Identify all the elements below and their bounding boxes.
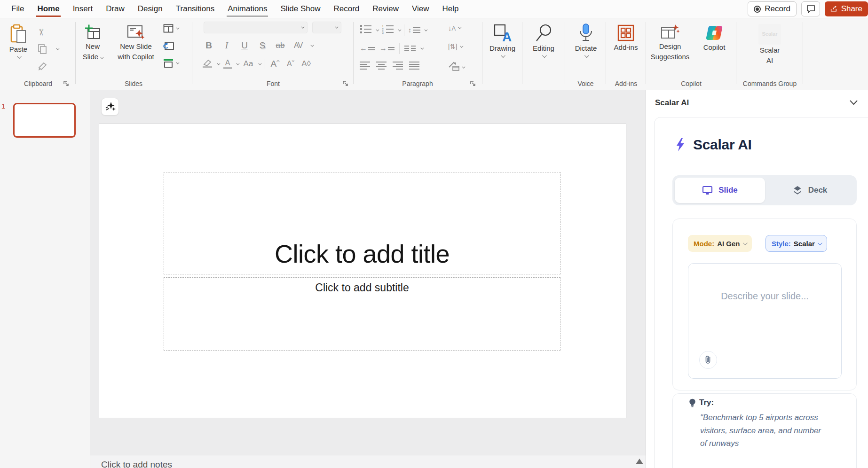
menu-slide-show[interactable]: Slide Show <box>274 0 327 17</box>
spacing-chevron-icon[interactable] <box>310 43 314 47</box>
scalar-ai-ribbon-button[interactable]: Scalar Scalar AI <box>746 24 793 65</box>
smartart-button[interactable] <box>448 62 459 73</box>
align-right-button[interactable] <box>393 62 403 70</box>
slide-thumbnail-pane: 1 <box>0 90 90 468</box>
menu-view[interactable]: View <box>405 0 436 17</box>
voice-group-label: Voice <box>566 80 606 87</box>
title-placeholder[interactable]: Click to add title <box>164 172 560 274</box>
increase-indent-button[interactable]: → <box>379 44 395 53</box>
font-size-combobox[interactable] <box>312 22 341 33</box>
bullets-icon <box>360 24 372 34</box>
slide-thumbnail[interactable] <box>13 103 76 138</box>
numbering-chevron-icon[interactable] <box>398 28 401 31</box>
design-suggestions-button[interactable]: Design Suggestions <box>647 24 693 62</box>
align-left-button[interactable] <box>360 62 370 70</box>
subtitle-placeholder[interactable]: Click to add subtitle <box>164 277 560 351</box>
menu-file[interactable]: File <box>5 0 31 17</box>
editing-button[interactable]: Editing <box>526 23 561 58</box>
record-button[interactable]: Record <box>748 1 797 16</box>
menu-home[interactable]: Home <box>31 0 66 17</box>
attach-button[interactable] <box>699 351 717 369</box>
drawing-label: Drawing <box>489 44 515 53</box>
svg-text:3: 3 <box>382 31 384 34</box>
menu-bar: File Home Insert Draw Design Transitions… <box>0 0 868 18</box>
columns-chevron-icon[interactable] <box>420 46 424 49</box>
shrink-font-button[interactable]: Aˇ <box>285 60 296 68</box>
align-center-button[interactable] <box>376 62 387 70</box>
try-heading: Try: <box>689 398 714 407</box>
menu-animations[interactable]: Animations <box>221 0 274 17</box>
copy-button[interactable] <box>38 44 58 54</box>
smartart-chevron-icon[interactable] <box>462 65 465 68</box>
line-spacing-button[interactable]: ↕ <box>408 26 420 34</box>
bold-button[interactable]: B <box>203 40 214 51</box>
copy-chevron-icon[interactable] <box>56 47 59 50</box>
ribbon-group-addins: Add-ins Add-ins <box>607 18 646 89</box>
highlight-button[interactable] <box>202 60 213 68</box>
menu-record[interactable]: Record <box>327 0 366 17</box>
columns-button[interactable] <box>404 46 416 51</box>
try-line-3: of runways <box>700 437 851 450</box>
character-spacing-button[interactable]: AV <box>292 41 304 50</box>
addins-label: Add-ins <box>614 43 638 52</box>
grow-font-button[interactable]: Aˆ <box>269 59 281 69</box>
editing-label: Editing <box>533 44 554 53</box>
layout-button[interactable] <box>163 24 178 33</box>
new-slide-button[interactable]: New Slide <box>78 24 108 62</box>
text-direction-chevron-icon[interactable] <box>458 26 462 29</box>
decrease-indent-button[interactable]: ← <box>360 44 375 53</box>
dictate-button[interactable]: Dictate <box>569 23 602 58</box>
tab-slide[interactable]: Slide <box>675 178 765 203</box>
numbering-button[interactable]: 1 2 3 <box>382 24 394 36</box>
new-slide-chevron-icon <box>101 55 104 59</box>
format-painter-button[interactable] <box>38 62 48 71</box>
try-suggestion-text[interactable]: "Benchmark top 5 airports across visitor… <box>700 411 851 450</box>
align-text-button[interactable]: [⇅] <box>448 43 458 50</box>
drawing-icon: A <box>493 23 513 43</box>
italic-button[interactable]: I <box>221 40 232 51</box>
bullets-button[interactable] <box>360 24 372 36</box>
section-button[interactable] <box>163 59 178 68</box>
align-text-chevron-icon[interactable] <box>460 44 463 47</box>
brand-row: Scalar AI <box>676 137 752 153</box>
copilot-button[interactable]: Copilot <box>695 24 733 52</box>
paste-button[interactable]: Paste <box>5 24 32 59</box>
cut-button[interactable]: ✂ <box>38 27 45 38</box>
menu-help[interactable]: Help <box>436 0 466 17</box>
font-color-button[interactable]: A <box>223 59 232 69</box>
menu-draw[interactable]: Draw <box>99 0 131 17</box>
menu-transitions[interactable]: Transitions <box>169 0 221 17</box>
designer-sparkle-button[interactable] <box>101 98 119 116</box>
underline-button[interactable]: U <box>239 40 250 51</box>
highlight-chevron-icon[interactable] <box>217 62 220 65</box>
change-case-chevron-icon[interactable] <box>258 62 261 65</box>
menu-review[interactable]: Review <box>366 0 405 17</box>
bullets-chevron-icon[interactable] <box>376 28 379 31</box>
paste-chevron-icon[interactable] <box>16 54 21 59</box>
reset-button[interactable] <box>163 41 174 50</box>
font-color-chevron-icon[interactable] <box>236 62 239 65</box>
font-name-combobox[interactable] <box>204 22 308 33</box>
share-button[interactable]: Share <box>825 1 868 16</box>
style-dropdown[interactable]: Style: Scalar <box>765 235 827 252</box>
tab-deck[interactable]: Deck <box>765 178 854 203</box>
text-direction-button[interactable]: ↓A <box>448 24 456 32</box>
strikethrough-button[interactable]: ab <box>275 41 286 50</box>
text-shadow-button[interactable]: S <box>257 40 268 51</box>
drawing-button[interactable]: A Drawing <box>485 23 520 58</box>
comments-button[interactable] <box>801 1 820 16</box>
notes-pane[interactable]: Click to add notes <box>90 455 646 468</box>
line-spacing-chevron-icon[interactable] <box>424 28 427 31</box>
justify-button[interactable] <box>409 62 419 70</box>
new-slide-copilot-button[interactable]: New Slide with Copilot <box>110 24 161 62</box>
menu-insert[interactable]: Insert <box>66 0 100 17</box>
drawing-chevron-icon <box>501 53 505 58</box>
panel-collapse-chevron-icon[interactable] <box>849 100 858 105</box>
addins-button[interactable]: Add-ins <box>609 24 642 52</box>
scroll-up-arrow[interactable] <box>636 459 643 464</box>
mode-dropdown[interactable]: Mode: AI Gen <box>688 235 752 252</box>
change-case-button[interactable]: Aa <box>243 59 254 69</box>
paste-label: Paste <box>9 45 27 54</box>
clear-formatting-button[interactable]: A◊ <box>300 59 312 69</box>
menu-design[interactable]: Design <box>131 0 169 17</box>
